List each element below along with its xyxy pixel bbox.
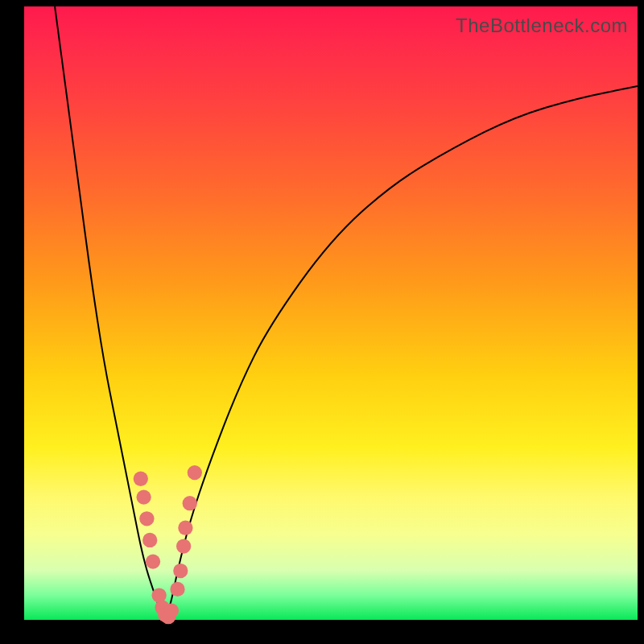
data-marker: [142, 533, 157, 547]
curve-right-branch: [165, 86, 638, 620]
data-marker: [173, 564, 188, 578]
bottleneck-curve: [24, 6, 638, 620]
data-marker: [136, 489, 151, 504]
data-marker: [170, 582, 184, 597]
curve-left-branch: [55, 6, 165, 620]
chart-frame: TheBottleneck.com: [0, 0, 644, 644]
data-marker: [164, 603, 179, 617]
data-marker: [178, 521, 192, 535]
data-marker: [151, 588, 166, 602]
data-marker: [176, 539, 191, 553]
data-marker: [134, 472, 148, 486]
data-marker: [139, 511, 154, 526]
data-marker: [188, 465, 202, 480]
plot-area: TheBottleneck.com: [24, 6, 638, 620]
data-marker: [183, 496, 197, 510]
data-marker: [146, 554, 160, 568]
